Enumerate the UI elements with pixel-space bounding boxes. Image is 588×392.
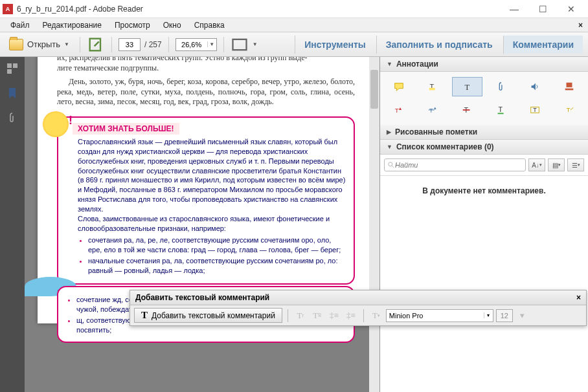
zoom-input[interactable]	[176, 41, 207, 49]
svg-text:T: T	[498, 105, 503, 113]
svg-rect-8	[566, 83, 572, 87]
text-comment-icon[interactable]: T	[452, 77, 482, 96]
menu-file[interactable]: Файл	[4, 19, 36, 31]
line-spacing-icon[interactable]: ‡≡	[327, 309, 341, 322]
callout-title: ХОТИМ ЗНАТЬ БОЛЬШЕ!	[73, 123, 179, 135]
search-input[interactable]	[395, 161, 523, 169]
vertical-scrollbar[interactable]	[369, 57, 379, 392]
chevron-down-icon: ▼	[387, 61, 392, 67]
comments-search-row: A↓▾ ▤▾ ☰▾	[380, 155, 588, 176]
search-icon	[387, 161, 395, 169]
no-comments-label: В документе нет комментариев.	[380, 176, 588, 392]
highlight-icon[interactable]: T	[418, 77, 449, 96]
maximize-button[interactable]: ☐	[528, 0, 557, 18]
document-area[interactable]: их, распределив в пять тематических груп…	[25, 57, 379, 392]
svg-rect-3	[13, 63, 17, 68]
tab-tools[interactable]: Инструменты	[295, 36, 375, 54]
menubar: Файл Редактирование Просмотр Окно Справк…	[0, 18, 588, 32]
left-navbar	[0, 57, 25, 392]
comment-bar-title-row: Добавить текстовый комментарий ×	[130, 290, 586, 305]
export-pdf-icon[interactable]	[87, 36, 105, 54]
attachment-icon[interactable]	[6, 111, 19, 124]
callout-bullet: начальные сочетания ра, ла, соответствую…	[88, 256, 346, 276]
chevron-down-icon: ▼	[387, 144, 392, 150]
svg-text:▴: ▴	[434, 105, 436, 111]
add-text-comment-bar: Добавить текстовый комментарий × T Добав…	[130, 290, 587, 326]
reading-mode-icon[interactable]	[231, 36, 249, 54]
main-area: их, распределив в пять тематических груп…	[0, 57, 588, 392]
text-callout-icon[interactable]: T	[554, 100, 585, 120]
svg-line-23	[392, 166, 394, 168]
folder-icon	[9, 39, 23, 50]
tab-comments[interactable]: Комментарии	[503, 36, 583, 54]
svg-text:▴: ▴	[399, 105, 401, 111]
sun-icon	[43, 111, 69, 137]
chevron-right-icon: ▶	[387, 129, 391, 135]
svg-rect-2	[7, 63, 12, 68]
pdf-page: их, распределив в пять тематических груп…	[38, 57, 374, 323]
search-input-wrapper[interactable]	[384, 158, 526, 171]
comment-bar-title: Добавить текстовый комментарий	[135, 293, 269, 302]
svg-rect-4	[7, 69, 12, 74]
insert-text-icon[interactable]: T▴	[384, 100, 414, 120]
text-box-icon[interactable]: T	[520, 100, 550, 120]
panel-drawn-marks-title: Рисованные пометки	[395, 127, 477, 136]
font-size-input[interactable]: 12	[496, 309, 513, 322]
underline-icon[interactable]: T	[486, 100, 517, 120]
replace-text-icon[interactable]: T▴	[418, 100, 449, 120]
close-icon[interactable]: ×	[576, 293, 581, 302]
svg-rect-1	[232, 39, 246, 49]
font-select[interactable]: ▾	[386, 309, 493, 322]
page-number-input[interactable]	[119, 38, 141, 51]
filter-button[interactable]: ▤▾	[548, 158, 565, 171]
stamp-icon[interactable]	[554, 77, 585, 96]
panel-comments-list-header[interactable]: ▼ Список комментариев (0)	[380, 140, 588, 155]
chevron-down-icon[interactable]: ▼	[207, 41, 216, 47]
panel-drawn-marks-header[interactable]: ▶ Рисованные пометки	[380, 125, 588, 140]
menu-view[interactable]: Просмотр	[108, 19, 157, 31]
sticky-note-icon[interactable]	[384, 77, 414, 96]
add-text-comment-button[interactable]: T Добавить текстовый комментарий	[134, 308, 282, 323]
doc-trunc1: их, распределив в пять тематических груп…	[57, 57, 355, 63]
font-size-dropdown-icon[interactable]: ▾	[515, 309, 530, 322]
open-button[interactable]: Открыть ▼	[5, 38, 73, 52]
menu-close-icon[interactable]: ×	[578, 21, 583, 30]
toolbar: Открыть ▼ / 257 ▼ ▼ Инструменты Заполнит…	[0, 32, 588, 57]
text-color-icon[interactable]: T▾	[369, 309, 383, 322]
font-smaller-icon[interactable]: Tr	[293, 309, 308, 322]
callout-box: ХОТИМ ЗНАТЬ БОЛЬШЕ! Старославянский язык…	[57, 116, 355, 285]
scrollbar-thumb[interactable]	[370, 70, 378, 109]
font-name-input[interactable]	[387, 312, 484, 320]
tab-fill-sign[interactable]: Заполнить и подписать	[376, 36, 502, 54]
doc-trunc2: лите тематические подгруппы.	[57, 63, 355, 74]
right-panel: ▼ Аннотации T T T▴ T▴ T T T T ▶ Рисованн…	[379, 57, 588, 392]
thumbnails-icon[interactable]	[6, 62, 19, 75]
minimize-button[interactable]: —	[500, 0, 528, 18]
open-label: Открыть	[27, 39, 60, 49]
app-icon: A	[3, 4, 13, 14]
panel-annotations-header[interactable]: ▼ Аннотации	[380, 57, 588, 72]
menu-window[interactable]: Окно	[157, 19, 188, 31]
callout-p1: Старославянский язык — древнейший письме…	[78, 137, 346, 214]
doc-para: День, золото, уж, буря, ночь, берег, коз…	[57, 77, 355, 107]
svg-point-22	[389, 162, 392, 166]
menu-help[interactable]: Справка	[188, 19, 231, 31]
bookmark-icon[interactable]	[6, 87, 19, 100]
titlebar: A 6_ry_b_ru_2014.pdf - Adobe Reader — ☐ …	[0, 0, 588, 18]
audio-icon[interactable]	[520, 77, 550, 96]
line-spacing-dec-icon[interactable]: ‡≡	[344, 309, 358, 322]
close-button[interactable]: ✕	[557, 0, 585, 18]
add-text-comment-label: Добавить текстовый комментарий	[152, 311, 275, 320]
zoom-select[interactable]: ▼	[175, 38, 217, 51]
options-button[interactable]: ☰▾	[567, 158, 584, 171]
text-icon: T	[141, 310, 148, 321]
svg-text:T: T	[566, 106, 570, 113]
callout-p2: Слова, заимствованные из старославянског…	[78, 214, 346, 234]
sort-button[interactable]: A↓▾	[528, 158, 545, 171]
strikethrough-icon[interactable]: T	[452, 100, 482, 120]
attach-file-icon[interactable]	[486, 77, 517, 96]
menu-edit[interactable]: Редактирование	[36, 19, 108, 31]
annotation-tools: T T T▴ T▴ T T T T	[380, 72, 588, 125]
chevron-down-icon[interactable]: ▾	[484, 312, 493, 318]
font-larger-icon[interactable]: TR	[310, 309, 324, 322]
